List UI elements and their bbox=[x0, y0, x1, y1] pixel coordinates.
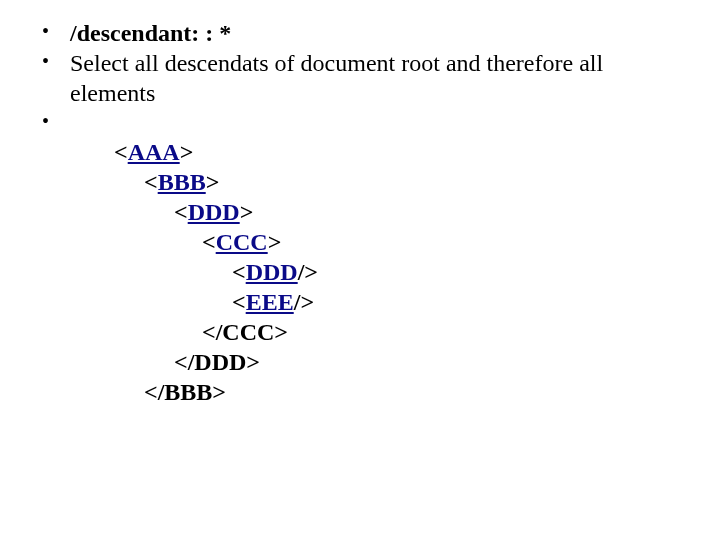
xml-code-block: <AAA> <BBB> <DDD> <CCC> <DDD/> <EEE/> </… bbox=[114, 137, 720, 407]
link-bbb[interactable]: BBB bbox=[158, 169, 206, 195]
code-line: <DDD/> bbox=[232, 257, 720, 287]
code-line: <EEE/> bbox=[232, 287, 720, 317]
link-ccc[interactable]: CCC bbox=[216, 229, 268, 255]
code-line: <DDD> bbox=[174, 197, 720, 227]
code-line: </DDD> bbox=[174, 347, 720, 377]
code-line: <AAA> bbox=[114, 137, 720, 167]
bullet-item-2: • Select all descendats of document root… bbox=[42, 48, 720, 108]
bullet-text-2: Select all descendats of document root a… bbox=[70, 48, 720, 108]
code-line: <CCC> bbox=[202, 227, 720, 257]
code-line: </CCC> bbox=[202, 317, 720, 347]
code-line: <BBB> bbox=[144, 167, 720, 197]
bullet-item-3: • bbox=[42, 108, 720, 135]
link-eee-self[interactable]: EEE bbox=[246, 289, 294, 315]
bullet-dot-icon: • bbox=[42, 48, 70, 75]
slide: • /descendant: : * • Select all descenda… bbox=[0, 0, 720, 407]
code-line: </BBB> bbox=[144, 377, 720, 407]
bullet-dot-icon: • bbox=[42, 18, 70, 45]
bullet-text-1: /descendant: : * bbox=[70, 18, 720, 48]
link-ddd-self[interactable]: DDD bbox=[246, 259, 298, 285]
bullet-item-1: • /descendant: : * bbox=[42, 18, 720, 48]
link-aaa[interactable]: AAA bbox=[128, 139, 180, 165]
link-ddd[interactable]: DDD bbox=[188, 199, 240, 225]
bullet-dot-icon: • bbox=[42, 108, 70, 135]
